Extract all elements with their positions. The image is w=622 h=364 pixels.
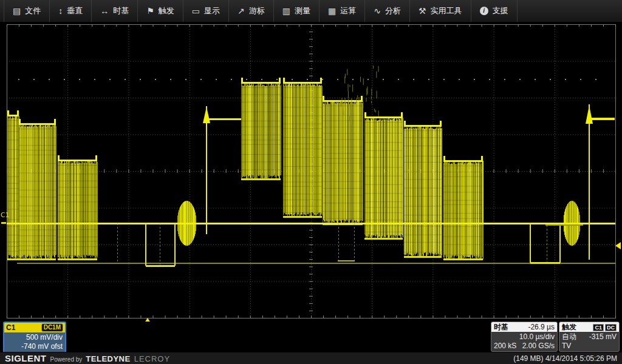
cursors-icon: ↗ [238, 7, 245, 15]
timebase-header: 时基 -26.9 µs [491, 322, 557, 332]
channel-settings: 500 mV/div -740 mV ofst [4, 332, 65, 352]
trigger-mode: 自动 [562, 332, 576, 342]
channel-scale: 500 mV/div [7, 333, 63, 342]
scope-screen [0, 22, 622, 322]
trigger-descriptor[interactable]: 触发 C1DC 自动 -315 mV TV [559, 322, 620, 352]
analysis-icon: ∿ [374, 7, 381, 15]
waveform-display[interactable] [0, 22, 622, 322]
timebase-scale: 10.0 µs/div [494, 332, 555, 342]
menu-item-label: 测量 [295, 5, 310, 16]
channel-name: C1 [6, 323, 15, 332]
menu-item-label: 显示 [204, 5, 220, 16]
menu-item-math[interactable]: ▦运算 [320, 0, 365, 22]
vertical-icon: ↕ [58, 7, 63, 15]
trigger-settings: 自动 -315 mV TV [559, 332, 619, 351]
channel-header: C1 DC1M [4, 323, 65, 332]
trigger-icon: ⚑ [146, 7, 154, 15]
menu-item-cursors[interactable]: ↗游标 [229, 0, 274, 22]
math-icon: ▦ [328, 7, 336, 15]
oscilloscope-app: ▤文件↕垂直↔时基⚑触发▭显示↗游标▥测量▦运算∿分析⚒实用工具i支援 C1 D… [0, 0, 622, 364]
timebase-label: 时基 [494, 323, 508, 332]
timebase-descriptor[interactable]: 时基 -26.9 µs 10.0 µs/div 200 kS 2.00 GS/s [491, 322, 558, 352]
trigger-source-badge: C1 [593, 324, 604, 331]
menu-item-support[interactable]: i支援 [471, 0, 518, 22]
menu-item-label: 触发 [159, 5, 174, 16]
channel-coupling-badge: DC1M [41, 323, 63, 332]
trigger-level: -315 mV [589, 332, 617, 342]
status-bar: SIGLENT Powered by TELEDYNE LECROY (149 … [0, 352, 622, 364]
measure-icon: ▥ [282, 7, 290, 15]
memory-datetime-status: (149 MB) 4/14/2014 5:05:26 PM [513, 354, 617, 363]
file-icon: ▤ [13, 7, 21, 15]
utilities-icon: ⚒ [419, 7, 426, 15]
menu-item-trigger[interactable]: ⚑触发 [138, 0, 183, 22]
powered-by-text: Powered by [50, 356, 83, 363]
menu-item-file[interactable]: ▤文件 [4, 0, 50, 22]
display-icon: ▭ [192, 7, 200, 15]
teledyne-logo: TELEDYNE [86, 354, 130, 363]
menu-item-timebase[interactable]: ↔时基 [92, 0, 138, 22]
timebase-rate: 2.00 GS/s [522, 342, 555, 351]
lecroy-logo: LECROY [134, 354, 170, 363]
menu-item-label: 文件 [25, 5, 41, 16]
menu-item-label: 游标 [249, 5, 265, 16]
menu-item-label: 运算 [340, 5, 356, 16]
descriptor-row: C1 DC1M 500 mV/div -740 mV ofst 时基 -26.9… [0, 322, 622, 352]
menu-item-label: 实用工具 [431, 5, 462, 16]
timebase-settings: 10.0 µs/div 200 kS 2.00 GS/s [491, 332, 557, 351]
menu-item-vertical[interactable]: ↕垂直 [50, 0, 92, 22]
trigger-label: 触发 [562, 323, 576, 332]
menu-item-label: 分析 [385, 5, 401, 16]
channel-c1-descriptor[interactable]: C1 DC1M 500 mV/div -740 mV ofst [3, 322, 66, 353]
trigger-coupling-badge: DC [605, 324, 617, 331]
trigger-header: 触发 C1DC [559, 322, 619, 332]
timebase-samples: 200 kS [494, 342, 516, 351]
menu-item-label: 垂直 [67, 5, 83, 16]
siglent-logo: SIGLENT [5, 353, 47, 363]
brand-logos: SIGLENT Powered by TELEDYNE LECROY [5, 353, 170, 363]
support-icon: i [480, 7, 488, 15]
channel-offset: -740 mV ofst [7, 342, 63, 351]
menu-bar: ▤文件↕垂直↔时基⚑触发▭显示↗游标▥测量▦运算∿分析⚒实用工具i支援 [0, 0, 622, 22]
menu-item-measure[interactable]: ▥测量 [274, 0, 320, 22]
menu-item-analysis[interactable]: ∿分析 [365, 0, 410, 22]
menu-item-label: 支援 [493, 5, 508, 16]
menu-item-display[interactable]: ▭显示 [183, 0, 229, 22]
trigger-badges: C1DC [592, 323, 617, 332]
menu-item-utilities[interactable]: ⚒实用工具 [410, 0, 471, 22]
timebase-delay: -26.9 µs [528, 323, 555, 332]
timebase-icon: ↔ [100, 7, 109, 15]
menu-item-label: 时基 [113, 5, 129, 16]
trigger-type: TV [562, 342, 571, 351]
